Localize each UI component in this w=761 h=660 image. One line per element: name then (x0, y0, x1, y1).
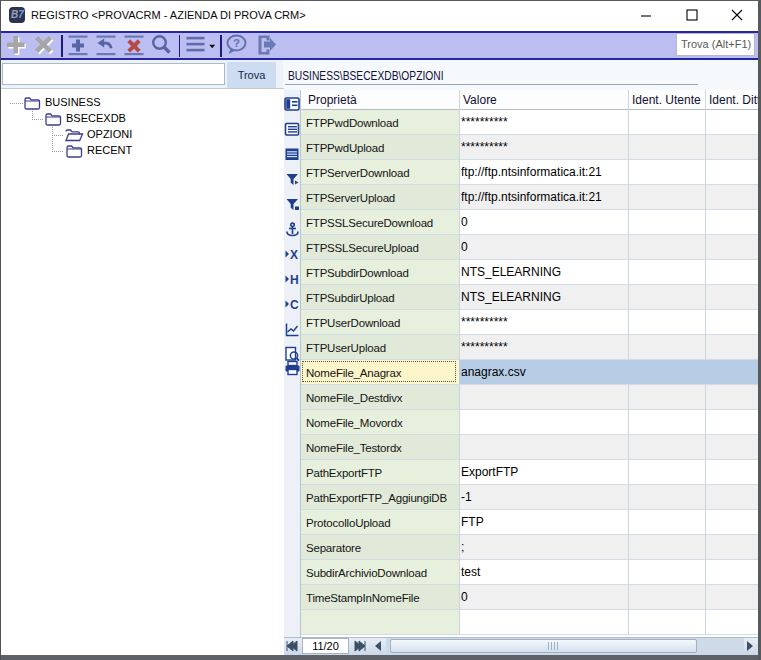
svg-text:?: ? (233, 37, 240, 49)
svg-text:X: X (290, 248, 298, 262)
svg-text:C: C (290, 298, 299, 312)
svg-text:H: H (290, 273, 299, 287)
